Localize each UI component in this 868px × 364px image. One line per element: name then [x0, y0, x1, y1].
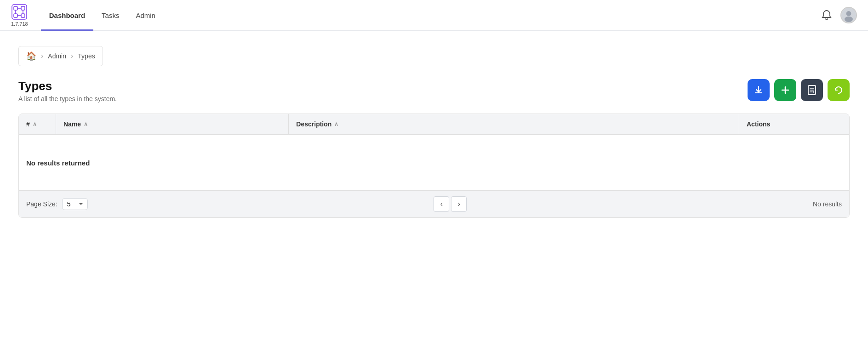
table-body: No results returned: [19, 135, 849, 190]
main-nav: Dashboard Tasks Admin: [41, 0, 164, 30]
action-buttons: [748, 79, 850, 101]
add-icon: [780, 85, 790, 95]
col-actions-label: Actions: [747, 120, 770, 128]
page-title-area: Types A list of all the types in the sys…: [18, 79, 117, 102]
user-avatar[interactable]: [840, 7, 857, 23]
logo-area: 1.7.718: [11, 4, 28, 27]
next-icon: ›: [458, 200, 460, 208]
col-num-sort-icon: ∧: [33, 121, 37, 127]
main-header: 1.7.718 Dashboard Tasks Admin: [0, 0, 868, 31]
notifications-icon[interactable]: [820, 9, 833, 22]
main-content: 🏠 › Admin › Types Types A list of all th…: [0, 31, 868, 233]
page-subtitle: A list of all the types in the system.: [18, 95, 117, 102]
next-page-button[interactable]: ›: [451, 196, 467, 212]
results-count: No results: [813, 200, 842, 208]
page-size-label: Page Size:: [26, 200, 57, 208]
refresh-icon: [834, 85, 844, 95]
page-title: Types: [18, 79, 117, 93]
report-icon: [807, 85, 817, 95]
col-desc-label: Description: [296, 120, 331, 128]
types-table: # ∧ Name ∧ Description ∧ Actions No resu…: [18, 114, 850, 218]
col-name-label: Name: [63, 120, 81, 128]
col-header-name[interactable]: Name ∧: [56, 114, 288, 134]
breadcrumb: 🏠 › Admin › Types: [18, 46, 103, 66]
download-button[interactable]: [748, 79, 770, 101]
table-footer: Page Size: 5 10 25 50 ‹ › No results: [19, 190, 849, 217]
page-size-area: Page Size: 5 10 25 50: [26, 198, 88, 210]
breadcrumb-home[interactable]: 🏠: [26, 51, 36, 61]
report-button[interactable]: [801, 79, 823, 101]
svg-rect-1: [14, 6, 17, 10]
svg-rect-3: [14, 14, 17, 17]
breadcrumb-sep-2: ›: [71, 52, 73, 60]
nav-tasks[interactable]: Tasks: [93, 1, 127, 31]
svg-point-11: [845, 17, 853, 22]
prev-icon: ‹: [440, 200, 443, 208]
add-button[interactable]: [774, 79, 796, 101]
page-size-select[interactable]: 5 10 25 50: [62, 198, 88, 210]
svg-point-10: [846, 11, 851, 16]
prev-page-button[interactable]: ‹: [434, 196, 449, 212]
col-num-label: #: [26, 120, 30, 128]
svg-rect-2: [21, 6, 25, 10]
breadcrumb-types[interactable]: Types: [78, 52, 95, 60]
nav-admin[interactable]: Admin: [127, 1, 164, 31]
refresh-button[interactable]: [828, 79, 850, 101]
col-header-description[interactable]: Description ∧: [288, 114, 739, 134]
col-header-actions: Actions: [739, 114, 849, 134]
col-desc-sort-icon: ∧: [334, 121, 338, 127]
download-icon: [754, 85, 764, 95]
breadcrumb-sep-1: ›: [41, 52, 43, 60]
table-header: # ∧ Name ∧ Description ∧ Actions: [19, 114, 849, 135]
nav-dashboard[interactable]: Dashboard: [41, 1, 93, 31]
pagination-controls: ‹ ›: [434, 196, 467, 212]
app-logo-icon: [11, 4, 28, 20]
breadcrumb-admin[interactable]: Admin: [48, 52, 66, 60]
col-name-sort-icon: ∧: [84, 121, 88, 127]
col-header-num[interactable]: # ∧: [19, 114, 56, 134]
no-results-message: No results returned: [26, 159, 90, 167]
app-version: 1.7.718: [11, 21, 28, 27]
home-icon: 🏠: [26, 51, 36, 61]
page-header: Types A list of all the types in the sys…: [18, 79, 850, 102]
svg-rect-4: [21, 14, 25, 17]
header-right: [820, 7, 857, 23]
